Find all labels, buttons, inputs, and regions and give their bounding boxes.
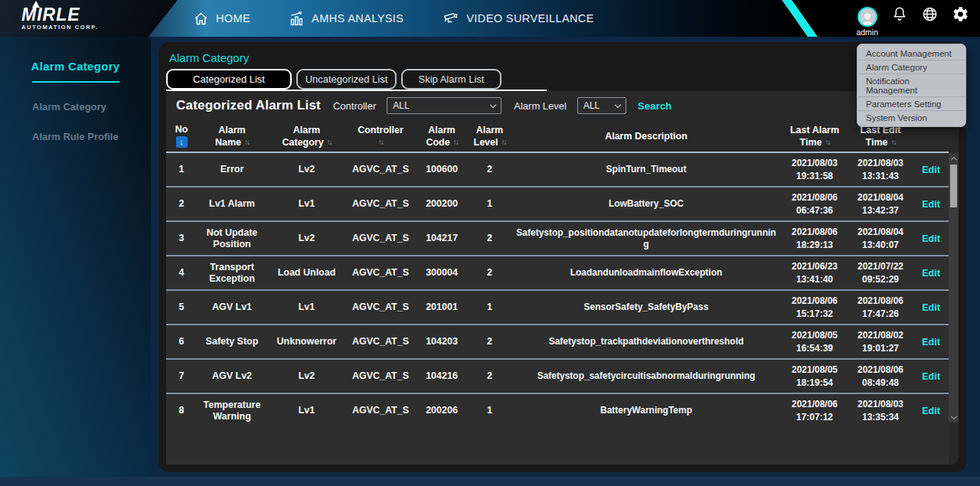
sort-icon[interactable]: ↑↓: [453, 137, 458, 148]
tab-content: Categorized Alarm List Controller ALL Al…: [166, 91, 959, 465]
cell-alarm-level: 1: [469, 197, 511, 211]
cctv-camera-icon: [442, 11, 459, 27]
cell-no: 8: [166, 403, 197, 418]
cell-last-edit-time: 2021/08/0219:01:27: [848, 328, 913, 357]
home-icon: [193, 11, 209, 27]
table-header-row: No ↓ Alarm Name↑↓ Alarm Category↑↓ Con: [166, 120, 949, 153]
cell-alarm-level: 1: [469, 300, 511, 315]
bottom-strip: [0, 477, 980, 486]
nav-amhs-label: AMHS ANALYSIS: [312, 12, 403, 24]
sort-icon[interactable]: ↑↓: [501, 137, 505, 148]
tab-categorized-list[interactable]: Categorized List: [166, 69, 292, 90]
alarm-level-select[interactable]: ALL: [577, 97, 626, 114]
scrollbar-thumb[interactable]: [950, 165, 957, 207]
cell-alarm-category: Load Unload: [267, 266, 346, 280]
edit-link[interactable]: Edit: [913, 371, 949, 382]
sidebar-title-underline: [32, 81, 119, 83]
filter-bar: Categorized Alarm List Controller ALL Al…: [166, 91, 959, 120]
cell-alarm-category: Unknowerror: [267, 334, 346, 349]
table-row: 4 Transport Exception Load Unload AGVC_A…: [166, 256, 949, 291]
edit-link[interactable]: Edit: [913, 302, 949, 313]
cell-no: 2: [166, 197, 197, 211]
cell-alarm-category: Lv1: [267, 197, 346, 211]
cell-alarm-category: Lv1: [267, 300, 346, 315]
alarm-category-panel: Alarm Category Categorized List Uncatego…: [158, 42, 966, 472]
controller-filter-label: Controller: [333, 100, 376, 112]
page-title: Alarm Category: [158, 42, 966, 69]
menu-item-system-version[interactable]: System Version: [858, 110, 965, 124]
cell-alarm-code: 300004: [415, 266, 469, 280]
table-row: 1 Error Lv2 AGVC_AT_S 100600 2 SpinTurn_…: [166, 153, 949, 188]
edit-link[interactable]: Edit: [913, 233, 949, 244]
table-row: 2 Lv1 Alarm Lv1 AGVC_AT_S 200200 1 LowBa…: [166, 188, 949, 222]
search-button[interactable]: Search: [638, 100, 672, 112]
language-globe-icon[interactable]: [921, 5, 939, 23]
sort-icon[interactable]: ↑↓: [378, 137, 383, 148]
cell-controller: AGVC_AT_S: [346, 197, 415, 211]
notifications-bell-icon[interactable]: [891, 5, 908, 22]
scroll-down-icon[interactable]: [952, 411, 956, 422]
table-row: 8 Temperature Warning Lv1 AGVC_AT_S 2002…: [166, 394, 949, 422]
user-avatar[interactable]: admin: [856, 7, 878, 37]
cell-alarm-description: BatteryWarningTemp: [511, 403, 782, 418]
nav-amhs-analysis[interactable]: AMHS ANALYSIS: [289, 11, 403, 27]
main-area: Alarm Category Categorized List Uncatego…: [151, 37, 980, 477]
column-header-alarm-category: Alarm Category↑↓: [267, 120, 346, 152]
sort-descending-icon[interactable]: ↓: [176, 136, 188, 148]
table-body: 1 Error Lv2 AGVC_AT_S 100600 2 SpinTurn_…: [166, 153, 949, 422]
cell-alarm-level: 2: [469, 231, 511, 246]
cell-last-edit-time: 2021/08/0413:40:07: [848, 224, 913, 253]
cell-alarm-name: Transport Exception: [197, 260, 267, 286]
edit-link[interactable]: Edit: [913, 199, 949, 210]
sort-icon[interactable]: ↑↓: [244, 137, 249, 148]
settings-gear-icon[interactable]: [952, 5, 969, 23]
brand-logo[interactable]: MIRLE AUTOMATION CORP.: [0, 0, 178, 37]
cell-no: 6: [166, 334, 197, 349]
table-row: 5 AGV Lv1 Lv1 AGVC_AT_S 201001 1 SensorS…: [166, 291, 949, 325]
tab-uncategorized-list[interactable]: Uncategorized List: [296, 69, 397, 90]
sidebar-item-alarm-rule-profile[interactable]: Alarm Rule Profile: [0, 131, 151, 142]
cell-no: 7: [166, 369, 197, 383]
menu-item-parameters-setting[interactable]: Parameters Setting: [858, 96, 965, 110]
nav-home[interactable]: HOME: [193, 11, 250, 27]
cell-controller: AGVC_AT_S: [346, 231, 415, 246]
cell-alarm-description: Safetystop_trackpathdeviationoverthresho…: [511, 334, 782, 349]
sort-icon[interactable]: ↑↓: [825, 137, 829, 148]
cell-alarm-level: 2: [469, 162, 511, 177]
edit-link[interactable]: Edit: [913, 165, 949, 175]
cell-last-edit-time: 2021/07/2209:52:29: [848, 259, 913, 288]
controller-select[interactable]: ALL: [387, 97, 501, 114]
chevron-down-icon: [490, 101, 496, 107]
sidebar: Alarm Category Alarm Category Alarm Rule…: [0, 37, 151, 477]
column-header-last-alarm-time: Last Alarm Time↑↓: [782, 120, 848, 152]
sort-icon[interactable]: ↑↓: [890, 137, 895, 148]
table-scrollbar[interactable]: [949, 153, 959, 422]
cell-alarm-code: 200200: [415, 197, 469, 211]
cell-controller: AGVC_AT_S: [346, 369, 415, 383]
cell-last-edit-time: 2021/08/0617:47:26: [848, 293, 913, 322]
cell-alarm-code: 104216: [415, 369, 469, 383]
main-nav: HOME AMHS ANALYSIS VIDEO: [193, 11, 594, 27]
menu-item-alarm-category[interactable]: Alarm Category: [858, 60, 965, 73]
sort-icon[interactable]: ↑↓: [327, 137, 332, 148]
nav-video-surveillance[interactable]: VIDEO SURVEILLANCE: [442, 11, 594, 27]
list-title: Categorized Alarm List: [176, 98, 321, 113]
cell-last-edit-time: 2021/08/0608:49:48: [848, 362, 913, 391]
nav-home-label: HOME: [216, 12, 250, 24]
chevron-down-icon: [615, 101, 621, 107]
cell-alarm-description: Safetystop_positiondatanotupdateforlongt…: [511, 226, 782, 252]
scroll-up-icon[interactable]: [952, 153, 956, 165]
cell-last-edit-time: 2021/08/0313:35:34: [848, 396, 913, 423]
edit-link[interactable]: Edit: [913, 268, 949, 279]
tab-skip-alarm-list[interactable]: Skip Alarm List: [401, 69, 501, 90]
edit-link[interactable]: Edit: [913, 406, 949, 416]
menu-item-notification-management[interactable]: Notification Management: [858, 73, 965, 96]
sidebar-item-alarm-category[interactable]: Alarm Category: [0, 101, 151, 113]
cell-last-alarm-time: 2021/06/2313:41:40: [782, 259, 848, 288]
cell-alarm-name: Error: [197, 162, 267, 177]
menu-item-account-management[interactable]: Account Management: [858, 47, 965, 60]
cell-last-alarm-time: 2021/08/0606:47:36: [782, 190, 848, 219]
cell-alarm-name: AGV Lv2: [197, 369, 267, 383]
column-header-alarm-name: Alarm Name↑↓: [197, 120, 267, 152]
edit-link[interactable]: Edit: [913, 337, 949, 347]
